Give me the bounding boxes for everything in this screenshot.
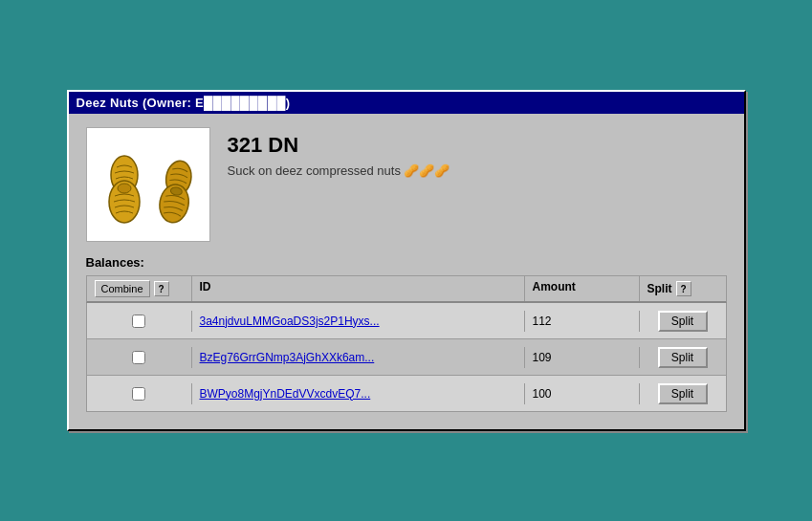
token-image	[86, 127, 210, 242]
row-3-checkbox[interactable]	[132, 387, 145, 401]
balances-table: Combine ? ID Amount Split ? 3a4njdvuLMMG…	[86, 275, 727, 412]
amount-column-header: Amount	[525, 276, 640, 301]
peanut-illustration	[96, 141, 201, 228]
row-3-id-link[interactable]: BWPyo8MgjYnDEdVVxcdvEQ7...	[200, 387, 371, 401]
row-3-split-cell: Split	[640, 380, 726, 408]
row-2-split-cell: Split	[640, 343, 726, 372]
balances-label: Balances:	[86, 255, 727, 270]
row-3-amount-cell: 100	[525, 383, 640, 404]
header-section: 321 DN Suck on deez compressed nuts 🥜🥜🥜	[86, 127, 727, 242]
split-help-icon[interactable]: ?	[676, 281, 691, 296]
table-row: BzEg76GrrGNmp3AjGhXXk6am... 109 Split	[86, 339, 727, 376]
row-1-split-cell: Split	[640, 307, 726, 336]
row-3-checkbox-cell	[87, 383, 192, 404]
row-2-amount-cell: 109	[525, 347, 640, 368]
row-2-id-cell: BzEg76GrrGNmp3AjGhXXk6am...	[192, 347, 525, 368]
combine-button[interactable]: Combine	[95, 280, 150, 297]
row-2-checkbox[interactable]	[132, 351, 145, 364]
table-row: 3a4njdvuLMMGoaDS3js2P1Hyxs... 112 Split	[86, 303, 727, 339]
row-2-checkbox-cell	[87, 347, 192, 368]
combine-help-icon[interactable]: ?	[154, 281, 169, 296]
row-1-id-cell: 3a4njdvuLMMGoaDS3js2P1Hyxs...	[192, 311, 525, 332]
row-1-id-link[interactable]: 3a4njdvuLMMGoaDS3js2P1Hyxs...	[200, 315, 380, 328]
row-3-split-button[interactable]: Split	[658, 383, 708, 404]
row-1-amount-cell: 112	[525, 311, 640, 332]
row-1-split-button[interactable]: Split	[658, 311, 708, 332]
row-3-id-cell: BWPyo8MgjYnDEdVVxcdvEQ7...	[192, 383, 525, 404]
split-column-header: Split ?	[640, 276, 726, 301]
combine-column-header: Combine ?	[87, 276, 192, 301]
main-window: Deez Nuts (Owner: E█████████)	[67, 90, 746, 431]
row-1-checkbox[interactable]	[132, 315, 145, 328]
row-1-checkbox-cell	[87, 311, 192, 332]
svg-point-2	[118, 184, 131, 193]
token-name: 321 DN	[228, 133, 450, 158]
window-content: 321 DN Suck on deez compressed nuts 🥜🥜🥜 …	[69, 114, 744, 429]
window-title: Deez Nuts (Owner: E█████████)	[77, 96, 291, 110]
token-info: 321 DN Suck on deez compressed nuts 🥜🥜🥜	[228, 127, 450, 178]
token-description: Suck on deez compressed nuts 🥜🥜🥜	[228, 163, 450, 178]
row-2-id-link[interactable]: BzEg76GrrGNmp3AjGhXXk6am...	[200, 351, 375, 364]
title-bar: Deez Nuts (Owner: E█████████)	[69, 92, 744, 114]
table-row: BWPyo8MgjYnDEdVVxcdvEQ7... 100 Split	[86, 376, 727, 412]
id-column-header: ID	[192, 276, 525, 301]
row-2-split-button[interactable]: Split	[658, 347, 708, 368]
table-header: Combine ? ID Amount Split ?	[86, 275, 727, 303]
